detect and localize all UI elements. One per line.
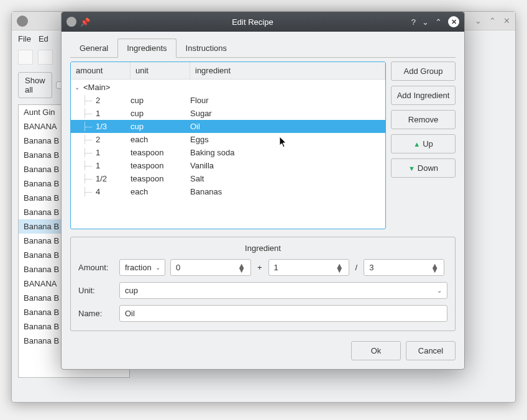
ingredient-row[interactable]: 4eachBananas xyxy=(71,185,385,198)
column-unit[interactable]: unit xyxy=(131,62,190,79)
dialog-maximize-icon[interactable]: ⌃ xyxy=(435,17,442,27)
chevron-down-icon: ⌄ xyxy=(75,84,82,91)
cancel-button[interactable]: Cancel xyxy=(406,341,456,360)
remove-button[interactable]: Remove xyxy=(391,110,456,129)
arrow-down-icon: ▼ xyxy=(408,165,415,172)
add-ingredient-button[interactable]: Add Ingredient xyxy=(391,86,456,105)
tab-bar: General Ingredients Instructions xyxy=(70,38,456,58)
dialog-icon xyxy=(66,17,76,27)
ingredient-row[interactable]: 1teaspoonBaking soda xyxy=(71,146,385,159)
arrow-up-icon: ▲ xyxy=(413,140,420,148)
unit-value: cup xyxy=(125,286,138,295)
ingredient-row[interactable]: 1/3cupOil xyxy=(71,120,385,133)
name-value: Oil xyxy=(125,309,135,318)
whole-value: 0 xyxy=(176,263,180,272)
panel-title: Ingredient xyxy=(78,244,447,253)
name-input[interactable]: Oil xyxy=(119,305,447,322)
slash-sign: / xyxy=(354,263,359,272)
dialog-close-button[interactable]: ✕ xyxy=(448,16,459,27)
tab-general[interactable]: General xyxy=(70,39,117,58)
plus-sign: + xyxy=(256,263,264,272)
toolbar-icon-2[interactable] xyxy=(38,50,53,65)
denominator-spinbox[interactable]: 3 ▲▼ xyxy=(364,259,444,276)
spin-arrows-icon[interactable]: ▲▼ xyxy=(336,263,344,272)
menu-edit[interactable]: Ed xyxy=(39,34,48,43)
close-icon[interactable]: ✕ xyxy=(503,16,510,25)
help-icon[interactable]: ? xyxy=(411,17,416,27)
amount-mode-value: fraction xyxy=(125,263,152,272)
chevron-down-icon: ⌄ xyxy=(155,264,160,271)
up-button[interactable]: ▲ Up xyxy=(391,134,456,153)
denominator-value: 3 xyxy=(369,263,373,272)
app-icon xyxy=(17,16,28,27)
ok-button[interactable]: Ok xyxy=(351,341,401,360)
numerator-spinbox[interactable]: 1 ▲▼ xyxy=(268,259,349,276)
edit-recipe-dialog: 📌 Edit Recipe ? ⌄ ⌃ ✕ General Ingredient… xyxy=(61,11,465,370)
column-amount[interactable]: amount xyxy=(71,62,131,79)
down-label: Down xyxy=(418,163,438,173)
table-header: amount unit ingredient xyxy=(71,62,385,80)
add-group-button[interactable]: Add Group xyxy=(391,62,456,81)
down-button[interactable]: ▼ Down xyxy=(391,158,456,178)
numerator-value: 1 xyxy=(274,263,278,272)
side-buttons: Add Group Add Ingredient Remove ▲ Up ▼ D… xyxy=(391,62,456,229)
tab-ingredients[interactable]: Ingredients xyxy=(117,39,176,58)
dialog-title: Edit Recipe xyxy=(94,17,411,27)
spin-arrows-icon[interactable]: ▲▼ xyxy=(237,263,245,272)
unit-label: Unit: xyxy=(78,286,114,295)
amount-mode-select[interactable]: fraction ⌄ xyxy=(119,259,165,276)
group-name: <Main> xyxy=(83,83,110,92)
ingredient-row[interactable]: 1/2teaspoonSalt xyxy=(71,172,385,185)
up-label: Up xyxy=(423,139,433,148)
ingredient-row[interactable]: 2cupFlour xyxy=(71,94,385,107)
ingredient-row[interactable]: 2eachEggs xyxy=(71,133,385,146)
unit-select[interactable]: cup ⌄ xyxy=(119,282,447,299)
pin-icon[interactable]: 📌 xyxy=(80,17,89,26)
toolbar-icon-1[interactable] xyxy=(18,50,33,65)
name-label: Name: xyxy=(78,309,114,318)
tab-instructions[interactable]: Instructions xyxy=(176,39,236,58)
ingredient-row[interactable]: 1teaspoonVanilla xyxy=(71,159,385,172)
maximize-icon[interactable]: ⌃ xyxy=(489,16,496,25)
group-row[interactable]: ⌄<Main> xyxy=(71,81,385,94)
column-ingredient[interactable]: ingredient xyxy=(190,62,385,79)
ingredients-table[interactable]: amount unit ingredient ⌄<Main>2cupFlour1… xyxy=(70,62,386,229)
whole-spinbox[interactable]: 0 ▲▼ xyxy=(170,259,251,276)
dialog-titlebar[interactable]: 📌 Edit Recipe ? ⌄ ⌃ ✕ xyxy=(62,12,464,32)
minimize-icon[interactable]: ⌄ xyxy=(475,16,482,25)
show-all-button[interactable]: Show all xyxy=(18,72,52,98)
amount-label: Amount: xyxy=(78,263,114,272)
spin-arrows-icon[interactable]: ▲▼ xyxy=(431,263,439,272)
ingredient-row[interactable]: 1cupSugar xyxy=(71,107,385,120)
chevron-down-icon: ⌄ xyxy=(437,287,442,294)
ingredient-panel: Ingredient Amount: fraction ⌄ 0 ▲▼ + 1 ▲… xyxy=(70,237,456,331)
menu-file[interactable]: File xyxy=(18,34,31,43)
dialog-minimize-icon[interactable]: ⌄ xyxy=(422,17,429,27)
